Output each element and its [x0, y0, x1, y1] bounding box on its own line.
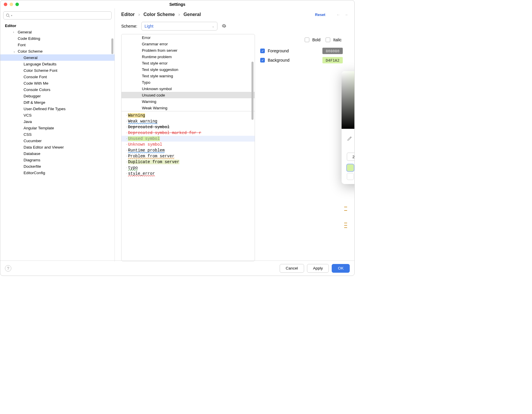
color-swatches-row [342, 164, 355, 173]
breadcrumb-item: General [183, 12, 201, 17]
tree-item[interactable]: VCS [0, 112, 115, 118]
tree-item[interactable]: Diagrams [0, 157, 115, 163]
tree-item[interactable]: Diff & Merge [0, 99, 115, 106]
preview-line: ·style_error [122, 171, 255, 176]
scheme-value: Light [144, 24, 153, 28]
r-input[interactable] [347, 153, 355, 161]
background-checkbox[interactable]: ✓ [260, 58, 265, 63]
tree-item-label: Color Scheme Font [24, 68, 57, 73]
search-dropdown-icon[interactable]: ▾ [11, 14, 12, 17]
preview-line: ·Unused symbol [122, 136, 255, 142]
tree-item[interactable]: General [0, 54, 115, 61]
foreground-color-swatch[interactable]: 808080 [322, 48, 343, 54]
preview-line: ·Deprecated symbol marked for r [122, 130, 255, 136]
color-saturation-area[interactable] [342, 71, 355, 129]
nav-forward-icon[interactable]: → [344, 13, 348, 17]
list-item[interactable]: Problem from server [122, 47, 255, 53]
search-icon [6, 13, 10, 17]
tree-item[interactable]: Angular Template [0, 125, 115, 131]
list-item[interactable]: Text style warning [122, 73, 255, 79]
color-picker-popover: R G B Hex [342, 71, 355, 184]
tree-item-label: VCS [24, 113, 32, 117]
tree-item[interactable]: ⌄Color Scheme [0, 48, 115, 54]
tree-item[interactable]: EditorConfig [0, 169, 115, 176]
breadcrumb-item[interactable]: Color Scheme [143, 12, 175, 17]
tree-item[interactable]: Debugger [0, 93, 115, 99]
cancel-button[interactable]: Cancel [280, 264, 304, 273]
tree-item[interactable]: Java [0, 118, 115, 125]
tree-item[interactable]: Dockerfile [0, 163, 115, 169]
list-scrollbar[interactable] [251, 62, 253, 120]
tree-item-label: Font [18, 43, 26, 47]
preview-line: ·typo [122, 165, 255, 171]
list-item[interactable]: Unused code [122, 92, 255, 98]
tree-item[interactable]: Font [0, 42, 115, 48]
tree-item-label: General [18, 30, 32, 34]
list-item[interactable]: Text style suggestion [122, 66, 255, 73]
list-item[interactable]: Weak Warning [122, 105, 255, 111]
window-title: Settings [169, 2, 185, 7]
tree-item-label: Console Font [24, 75, 47, 79]
italic-checkbox[interactable] [326, 38, 330, 42]
list-item[interactable]: Text style error [122, 60, 255, 66]
list-item[interactable]: Typo [122, 79, 255, 85]
settings-tree[interactable]: Editor›General Code Editing Font⌄Color S… [0, 22, 115, 261]
tree-item[interactable]: Data Editor and Viewer [0, 144, 115, 150]
color-swatch[interactable] [347, 164, 354, 171]
background-color-swatch[interactable]: D4F1A2 [322, 57, 343, 63]
tree-item[interactable]: Language Defaults [0, 61, 115, 67]
color-swatch-empty[interactable] [347, 173, 354, 180]
tree-item[interactable]: CSS [0, 131, 115, 138]
zoom-window-button[interactable] [15, 3, 19, 6]
window-controls [0, 3, 19, 6]
tree-item[interactable]: Console Font [0, 74, 115, 80]
list-item[interactable]: Grammar error [122, 41, 255, 47]
scheme-select[interactable]: Light ⌄ [141, 22, 217, 31]
list-item[interactable]: Runtime problem [122, 53, 255, 60]
attributes-list[interactable]: ErrorGrammar errorProblem from serverRun… [122, 34, 255, 111]
foreground-checkbox[interactable]: ✓ [260, 49, 265, 53]
tree-item-label: Cucumber [24, 139, 42, 143]
preview-line: ·Weak warning [122, 118, 255, 124]
preview-line: ·Duplicate from server [122, 159, 255, 165]
tree-item-label: Color Scheme [18, 49, 43, 53]
tree-item-label: Code With Me [24, 81, 49, 85]
tree-item[interactable]: Color Scheme Font [0, 67, 115, 74]
attributes-list-panel: ErrorGrammar errorProblem from serverRun… [121, 34, 255, 261]
gear-icon[interactable] [222, 23, 227, 29]
settings-sidebar: ▾ Editor›General Code Editing Font⌄Color… [0, 8, 115, 261]
tree-item[interactable]: Database [0, 150, 115, 157]
preview-line: ·Warning [122, 113, 255, 118]
tree-item-label: Code Editing [18, 36, 40, 41]
eyedropper-icon[interactable] [347, 136, 352, 142]
tree-item-label: Debugger [24, 94, 41, 98]
scheme-label: Scheme: [121, 24, 137, 28]
apply-button[interactable]: Apply [307, 264, 329, 273]
list-item[interactable]: Error [122, 34, 255, 41]
r-label: R [347, 148, 355, 152]
tree-item[interactable]: Editor [0, 22, 115, 29]
tree-item[interactable]: Code Editing [0, 35, 115, 42]
list-item[interactable]: Warning [122, 98, 255, 105]
close-window-button[interactable] [4, 3, 7, 6]
tree-item[interactable]: Console Colors [0, 86, 115, 93]
help-button[interactable]: ? [5, 265, 11, 272]
tree-item-label: Data Editor and Viewer [24, 145, 64, 149]
ok-button[interactable]: OK [332, 264, 350, 273]
tree-item[interactable]: User-Defined File Types [0, 106, 115, 112]
settings-search-input[interactable]: ▾ [3, 11, 112, 19]
bold-checkbox[interactable] [305, 38, 309, 42]
tree-item[interactable]: ›General [0, 29, 115, 35]
minimize-window-button[interactable] [10, 3, 13, 6]
tree-item[interactable]: Code With Me [0, 80, 115, 86]
tree-item-label: Database [24, 151, 40, 156]
nav-back-icon[interactable]: ← [336, 13, 340, 17]
reset-link[interactable]: Reset [315, 13, 325, 17]
tree-item-label: Language Defaults [24, 62, 56, 66]
list-item[interactable]: Unknown symbol [122, 85, 255, 92]
tree-item-label: User-Defined File Types [24, 107, 66, 111]
sidebar-scrollbar[interactable] [111, 38, 113, 54]
tree-item[interactable]: Cucumber [0, 138, 115, 144]
preview-line: ·Problem from server [122, 153, 255, 159]
breadcrumb-item[interactable]: Editor [121, 12, 135, 17]
